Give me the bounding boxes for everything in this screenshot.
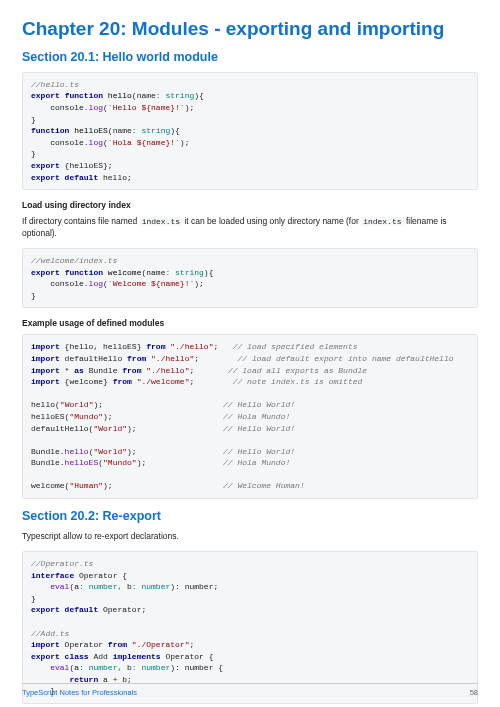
section-20-2-title: Section 20.2: Re-export <box>22 509 478 523</box>
chapter-title: Chapter 20: Modules - exporting and impo… <box>22 18 478 40</box>
code-block-operator: //Operator.ts interface Operator { eval(… <box>22 551 478 704</box>
footer-book-title: TypeScript Notes for Professionals <box>22 688 137 697</box>
paragraph-reexport: Typescript allow to re-export declaratio… <box>22 531 478 543</box>
code-block-hello-ts: //hello.ts export function hello(name: s… <box>22 72 478 190</box>
subheading-example-usage: Example usage of defined modules <box>22 318 478 328</box>
subheading-load-dir-index: Load using directory index <box>22 200 478 210</box>
page-footer: TypeScript Notes for Professionals 58 <box>22 683 478 697</box>
code-block-welcome-index: //welcome/index.ts export function welco… <box>22 248 478 308</box>
footer-page-number: 58 <box>470 688 478 697</box>
code-block-usage: import {hello, helloES} from "./hello"; … <box>22 334 478 499</box>
paragraph-dir-index: If directory contains file named index.t… <box>22 216 478 240</box>
section-20-1-title: Section 20.1: Hello world module <box>22 50 478 64</box>
